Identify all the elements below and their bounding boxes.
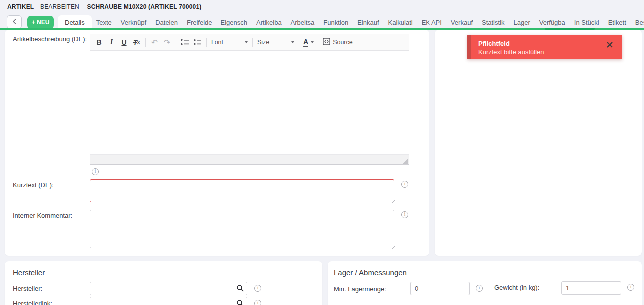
remove-format-button[interactable]: Tx bbox=[130, 36, 143, 49]
redo-icon[interactable]: ↷ bbox=[161, 36, 173, 49]
editor-toolbar: B I U Tx ↶ ↷ bbox=[90, 34, 409, 51]
hersteller-panel: Hersteller Hersteller: i Herstellerlink:… bbox=[5, 261, 322, 305]
hersteller-panel-title: Hersteller bbox=[13, 268, 45, 277]
interner-kommentar-label: Interner Kommentar: bbox=[13, 212, 72, 219]
underline-button[interactable]: U bbox=[118, 36, 130, 49]
breadcrumb: ARTIKEL BEARBEITEN SCHRAUBE M10X20 (ARTI… bbox=[7, 3, 201, 10]
details-form-panel: Artikelbeschreibung (DE): B I U Tx ↶ ↷ bbox=[5, 30, 429, 256]
tab-verknuepfungen[interactable]: Verknüpf bbox=[116, 15, 151, 30]
toolbar-separator bbox=[145, 38, 146, 47]
italic-button[interactable]: I bbox=[105, 36, 118, 49]
toolbar-separator bbox=[252, 38, 253, 47]
numbered-list-icon[interactable] bbox=[179, 36, 191, 49]
module-name: ARTIKEL bbox=[7, 3, 34, 10]
tab-ek-api[interactable]: EK API bbox=[417, 15, 446, 30]
toolbar-separator bbox=[318, 38, 318, 47]
editor-resize-handle[interactable] bbox=[403, 158, 408, 164]
info-icon[interactable]: i bbox=[254, 300, 261, 305]
gewicht-label: Gewicht (in kg): bbox=[494, 284, 539, 291]
tab-kalkulation[interactable]: Kalkulati bbox=[384, 15, 417, 30]
lager-abmessungen-panel: Lager / Abmessungen Min. Lagermenge: i G… bbox=[328, 261, 642, 305]
edit-mode-label: BEARBEITEN bbox=[40, 3, 79, 10]
font-dropdown-label: Font bbox=[211, 39, 223, 46]
tab-funktion[interactable]: Funktion bbox=[319, 15, 353, 30]
chevron-left-icon bbox=[12, 18, 17, 27]
toolbar-separator bbox=[176, 38, 176, 47]
toolbar-separator bbox=[206, 38, 207, 47]
lager-panel-title: Lager / Abmessungen bbox=[334, 268, 407, 277]
bold-button[interactable]: B bbox=[93, 36, 105, 49]
new-button[interactable]: + NEU bbox=[27, 16, 54, 29]
tab-artikelbau[interactable]: Artikelba bbox=[252, 15, 286, 30]
tab-details[interactable]: Details bbox=[58, 15, 92, 30]
toast-accent-strip bbox=[467, 35, 471, 59]
page-header: ARTIKEL BEARBEITEN SCHRAUBE M10X20 (ARTI… bbox=[0, 0, 644, 15]
herstellerlink-label: Herstellerlink: bbox=[13, 300, 52, 305]
interner-kommentar-input[interactable] bbox=[90, 210, 394, 248]
size-dropdown[interactable]: Size bbox=[255, 39, 296, 46]
tab-statistik[interactable]: Statistik bbox=[477, 15, 509, 30]
tab-lager[interactable]: Lager bbox=[509, 15, 535, 30]
tab-etikett[interactable]: Etikett bbox=[604, 15, 631, 30]
toast-title: Pflichtfeld bbox=[478, 40, 510, 47]
tab-freifelder[interactable]: Freifelde bbox=[182, 15, 216, 30]
tab-texte[interactable]: Texte bbox=[92, 15, 116, 30]
hersteller-label: Hersteller: bbox=[13, 285, 42, 292]
herstellerlink-input[interactable] bbox=[90, 297, 247, 305]
source-button-label: Source bbox=[333, 39, 353, 46]
tab-eigenschaften[interactable]: Eigensch bbox=[216, 15, 252, 30]
min-lagermenge-input[interactable] bbox=[410, 282, 470, 295]
kurztext-input[interactable] bbox=[90, 179, 394, 202]
bullet-list-icon[interactable] bbox=[191, 36, 204, 49]
info-icon[interactable]: i bbox=[627, 284, 634, 291]
search-icon[interactable] bbox=[236, 284, 244, 294]
editor-content-area[interactable] bbox=[90, 51, 409, 154]
tab-dateien[interactable]: Dateien bbox=[151, 15, 182, 30]
side-panel bbox=[435, 30, 642, 256]
info-icon[interactable]: i bbox=[92, 168, 99, 175]
chevron-down-icon bbox=[291, 41, 294, 43]
artikelbeschreibung-label: Artikelbeschreibung (DE): bbox=[13, 35, 87, 43]
info-icon[interactable]: i bbox=[254, 285, 261, 292]
chevron-down-icon bbox=[311, 41, 314, 43]
gewicht-input[interactable] bbox=[561, 281, 621, 295]
text-color-label: A bbox=[303, 38, 308, 47]
kurztext-label: Kurztext (DE): bbox=[13, 181, 54, 189]
info-icon[interactable]: i bbox=[476, 285, 483, 292]
record-title: SCHRAUBE M10X20 (ARTIKEL 700001) bbox=[87, 3, 202, 10]
chevron-down-icon bbox=[245, 41, 248, 43]
tab-bestellung[interactable]: Bestellur bbox=[631, 15, 644, 30]
back-button[interactable] bbox=[7, 15, 22, 29]
search-icon[interactable] bbox=[236, 299, 244, 305]
hersteller-input[interactable] bbox=[90, 282, 247, 295]
source-icon bbox=[323, 38, 330, 47]
undo-icon[interactable]: ↶ bbox=[148, 36, 161, 49]
text-color-button[interactable]: A bbox=[302, 38, 315, 47]
tab-arbeitsauftrag[interactable]: Arbeitsa bbox=[286, 15, 319, 30]
size-dropdown-label: Size bbox=[257, 39, 269, 46]
toolbar-separator bbox=[299, 38, 299, 47]
close-icon[interactable] bbox=[605, 40, 614, 49]
toast-message: Kurztext bitte ausfüllen bbox=[478, 48, 544, 56]
font-dropdown[interactable]: Font bbox=[209, 39, 250, 46]
tab-einkauf[interactable]: Einkauf bbox=[353, 15, 383, 30]
tab-verkauf[interactable]: Verkauf bbox=[446, 15, 477, 30]
info-icon[interactable]: i bbox=[401, 181, 408, 188]
min-lagermenge-label: Min. Lagermenge: bbox=[334, 285, 386, 293]
source-button[interactable]: Source bbox=[321, 38, 355, 47]
editor-statusbar bbox=[90, 154, 409, 164]
validation-toast: Pflichtfeld Kurztext bitte ausfüllen bbox=[467, 35, 622, 59]
info-icon[interactable]: i bbox=[401, 211, 408, 218]
artikelbeschreibung-editor: B I U Tx ↶ ↷ bbox=[90, 34, 409, 165]
